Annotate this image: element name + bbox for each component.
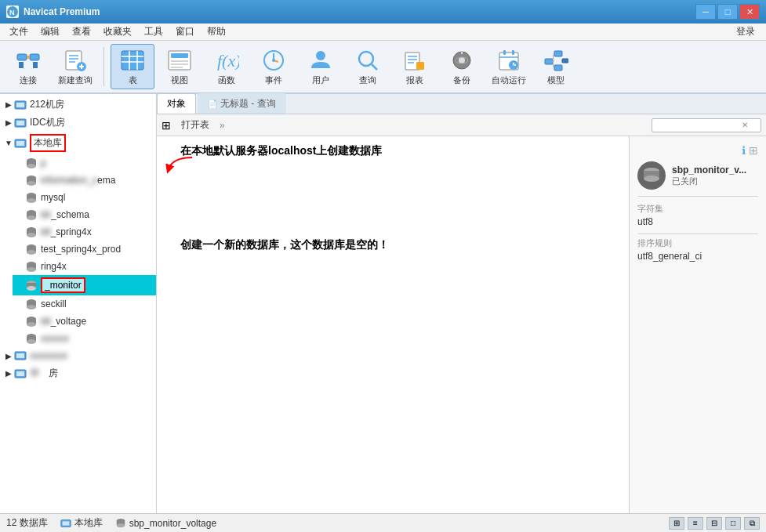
annotation-text-1: 在本地默认服务器localhost上创建数据库 xyxy=(180,144,382,157)
sidebar-item-spring4x[interactable]: blt_spring4x xyxy=(13,223,156,241)
model-icon xyxy=(543,48,568,73)
toolbar-connect[interactable]: 连接 xyxy=(6,44,50,89)
status-db-icon xyxy=(115,518,126,529)
sidebar-item-mysql[interactable]: mysql xyxy=(13,189,156,206)
event-icon xyxy=(261,48,286,73)
info-top: sbp_monitor_v... 已关闭 xyxy=(637,161,758,190)
open-table-button[interactable]: 打开表 xyxy=(174,116,216,134)
close-button[interactable]: ✕ xyxy=(739,4,760,20)
label-schema2: blr_schema xyxy=(41,209,89,220)
menu-help[interactable]: 帮助 xyxy=(201,24,232,40)
view-icon xyxy=(167,48,192,73)
svg-rect-100 xyxy=(16,371,24,376)
function-icon: f(x) xyxy=(214,48,239,73)
toolbar-view[interactable]: 视图 xyxy=(158,44,201,89)
svg-rect-59 xyxy=(16,103,24,107)
menu-edit[interactable]: 编辑 xyxy=(34,24,66,40)
toolbar: 连接 新建查询 表 xyxy=(0,41,766,94)
search-box: ✕ xyxy=(652,118,761,132)
sidebar-item-local[interactable]: ▼ 本地库 xyxy=(0,132,156,154)
toggle-huafang[interactable]: ▶ xyxy=(5,370,13,378)
dbl-icon: ⊞ xyxy=(749,144,758,157)
db-icon xyxy=(637,161,666,190)
toolbar-schedule[interactable]: 自动运行 xyxy=(487,44,531,89)
sidebar-item-information[interactable]: information_sema xyxy=(13,172,156,189)
svg-point-81 xyxy=(27,250,36,255)
toolbar-table[interactable]: 表 xyxy=(111,44,154,89)
backup-label: 备份 xyxy=(453,74,470,86)
label-voltage: blt_voltage xyxy=(41,316,86,327)
app-title: Navicat Premium xyxy=(24,6,100,17)
svg-point-29 xyxy=(272,59,275,62)
sidebar-item-blurred-host[interactable]: ▶ xxxxxxxx xyxy=(0,347,156,364)
menu-bar: 文件 编辑 查看 收藏夹 工具 窗口 帮助 登录 xyxy=(0,24,766,41)
svg-rect-51 xyxy=(554,65,562,71)
svg-point-31 xyxy=(359,52,373,66)
detail-view-btn[interactable]: ⊟ xyxy=(706,517,722,530)
content-area: 在本地默认服务器localhost上创建数据库 创建一个新的数据库，这个数据库是… xyxy=(157,136,629,513)
minimize-button[interactable]: ─ xyxy=(695,4,716,20)
label-blurred-host: xxxxxxxx xyxy=(30,350,67,361)
menu-favorites[interactable]: 收藏夹 xyxy=(97,24,138,40)
maximize-button[interactable]: □ xyxy=(717,4,738,20)
shrink-btn[interactable]: ⧉ xyxy=(744,517,760,530)
svg-point-5 xyxy=(27,56,30,59)
toggle-idc[interactable]: ▶ xyxy=(5,119,13,127)
new-query-label: 新建查询 xyxy=(58,74,93,86)
sidebar-item-seckill[interactable]: seckill xyxy=(13,295,156,313)
toggle-212[interactable]: ▶ xyxy=(5,101,13,109)
grid-view-btn[interactable]: ⊞ xyxy=(669,517,684,530)
tab-object[interactable]: 对象 xyxy=(157,93,196,114)
tab-query[interactable]: 📄 无标题 - 查询 xyxy=(198,93,286,114)
sidebar-item-p[interactable]: p xyxy=(13,154,156,172)
svg-rect-49 xyxy=(545,59,553,64)
sidebar-item-spring4x-prod[interactable]: test_spring4x_prod xyxy=(13,241,156,258)
sidebar-item-voltage[interactable]: blt_voltage xyxy=(13,313,156,330)
toolbar-user[interactable]: 用户 xyxy=(299,44,343,89)
sidebar-item-212[interactable]: ▶ 212机房 xyxy=(0,96,156,114)
svg-point-30 xyxy=(316,51,325,60)
search-clear-icon[interactable]: ✕ xyxy=(742,121,748,129)
sidebar-item-idc[interactable]: ▶ IDC机房 xyxy=(0,114,156,132)
svg-rect-98 xyxy=(16,353,24,358)
status-db: sbp_monitor_voltage xyxy=(115,518,216,529)
query-toolbar: ⊞ 打开表 » ✕ xyxy=(157,114,766,136)
right-panel: 对象 📄 无标题 - 查询 ⊞ 打开表 » ✕ 在本地默认服务器localho xyxy=(157,94,766,513)
sidebar-item-monitor[interactable]: _monitor xyxy=(13,275,156,295)
annotation-arrow2: 创建一个新的数据库，这个数据库是空的！ xyxy=(180,238,389,252)
toolbar-new-query[interactable]: 新建查询 xyxy=(53,44,97,89)
toggle-blurred[interactable]: ▶ xyxy=(5,352,13,360)
svg-text:N: N xyxy=(9,9,15,16)
expand-btn[interactable]: □ xyxy=(725,517,741,530)
sidebar-item-blurred1[interactable]: xxxxxx xyxy=(13,330,156,347)
svg-point-39 xyxy=(459,57,465,63)
status-bar: 12 数据库 本地库 sbp_monitor_voltage ⊞ ≡ ⊟ □ ⧉ xyxy=(0,513,766,532)
toolbar-backup[interactable]: 备份 xyxy=(440,44,484,89)
app-icon: N xyxy=(6,5,19,18)
table-label: 表 xyxy=(129,74,137,86)
svg-rect-15 xyxy=(122,51,143,70)
label-spring4x-prod: test_spring4x_prod xyxy=(41,244,121,255)
menu-tools[interactable]: 工具 xyxy=(138,24,169,40)
toolbar-event[interactable]: 事件 xyxy=(252,44,296,89)
toolbar-query[interactable]: 查询 xyxy=(346,44,390,89)
toolbar-arrow-icon: » xyxy=(220,120,225,131)
toolbar-model[interactable]: 模型 xyxy=(534,44,578,89)
report-icon xyxy=(402,48,427,73)
db-count-text: 12 数据库 xyxy=(6,516,48,530)
toggle-local[interactable]: ▼ xyxy=(5,139,13,147)
menu-view[interactable]: 查看 xyxy=(66,24,97,40)
sidebar-item-schema2[interactable]: blr_schema xyxy=(13,206,156,223)
sidebar-item-ring4x[interactable]: ring4x xyxy=(13,258,156,275)
search-input[interactable] xyxy=(655,120,742,131)
query-label: 查询 xyxy=(359,74,376,86)
menu-file[interactable]: 文件 xyxy=(3,24,34,40)
toolbar-function[interactable]: f(x) 函数 xyxy=(205,44,249,89)
list-view-btn[interactable]: ≡ xyxy=(688,517,703,530)
info-divider2 xyxy=(637,233,758,234)
menu-window[interactable]: 窗口 xyxy=(169,24,201,40)
login-button[interactable]: 登录 xyxy=(728,24,763,40)
sidebar-item-huafang[interactable]: ▶ 华 房 xyxy=(0,364,156,382)
label-monitor: _monitor xyxy=(41,277,85,293)
toolbar-report[interactable]: 报表 xyxy=(393,44,437,89)
